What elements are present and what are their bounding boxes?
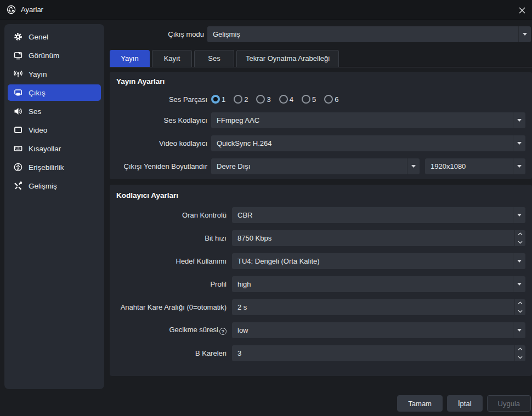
- sidebar-item-accessibility[interactable]: Erişebilirlik: [8, 159, 101, 175]
- spinner-up-icon[interactable]: [515, 299, 525, 307]
- help-icon: ?: [219, 328, 227, 335]
- audio-track-option-6[interactable]: 6: [324, 95, 338, 104]
- target-usage-row: Hedef Kullanımı TU4: Dengeli (Orta Kalit…: [115, 253, 525, 269]
- audio-track-row: Ses Parçası 1 2 3 4: [115, 93, 525, 105]
- bitrate-row: Bit hızı 8750 Kbps: [115, 230, 525, 246]
- sidebar-item-stream[interactable]: Yayın: [8, 66, 101, 82]
- speaker-icon: [13, 107, 22, 116]
- sidebar-item-label: Yayın: [29, 70, 47, 78]
- latency-row: Gecikme süresi? low: [115, 322, 525, 338]
- group-title: Yayın Ayarları: [116, 77, 525, 86]
- tab-streaming[interactable]: Yayın: [110, 50, 150, 67]
- tools-icon: [13, 181, 22, 191]
- latency-select[interactable]: low: [232, 322, 525, 338]
- b-frames-spinner[interactable]: 3: [232, 345, 525, 361]
- bitrate-spinner[interactable]: 8750 Kbps: [232, 230, 525, 246]
- tab-replay-buffer[interactable]: Tekrar Oynatma Arabelleği: [236, 50, 339, 67]
- radio-icon: [234, 95, 242, 104]
- spinner-down-icon[interactable]: [515, 238, 525, 247]
- chevron-down-icon: [407, 158, 420, 174]
- sidebar-item-label: Kısayollar: [29, 145, 61, 153]
- sidebar-item-label: Video: [29, 126, 47, 134]
- sidebar-item-label: Ses: [29, 107, 41, 116]
- sidebar-item-general[interactable]: Genel: [8, 29, 101, 45]
- dialog-footer: Tamam İptal Uygula: [397, 395, 531, 412]
- audio-track-option-2[interactable]: 2: [234, 95, 248, 104]
- sidebar-item-label: Gelişmiş: [29, 182, 57, 190]
- encoder-settings-group: Kodlayıcı Ayarları Oran Kontrolü CBR Bit…: [110, 185, 532, 376]
- spinner-up-icon[interactable]: [515, 345, 525, 354]
- radio-selected-icon: [211, 95, 220, 104]
- audio-track-option-3[interactable]: 3: [256, 95, 270, 104]
- output-mode-row: Çıkış modu Gelişmiş: [110, 26, 532, 42]
- chevron-down-icon: [513, 207, 525, 223]
- sidebar-item-appearance[interactable]: Görünüm: [8, 47, 101, 64]
- sidebar-item-label: Çıkış: [29, 89, 46, 97]
- streaming-settings-group: Yayın Ayarları Ses Parçası 1 2 3 4: [110, 72, 532, 179]
- settings-main-panel: Çıkış modu Gelişmiş Yayın Kayıt Ses Tekr…: [110, 24, 532, 376]
- group-title: Kodlayıcı Ayarları: [116, 191, 525, 200]
- appearance-icon: [13, 51, 22, 60]
- rate-control-row: Oran Kontrolü CBR: [115, 207, 525, 223]
- output-tabs: Yayın Kayıt Ses Tekrar Oynatma Arabelleğ…: [110, 50, 532, 67]
- output-icon: [13, 88, 22, 98]
- sidebar-item-output[interactable]: Çıkış: [8, 84, 101, 101]
- sidebar-item-label: Erişebilirlik: [29, 163, 64, 172]
- profile-select[interactable]: high: [232, 276, 525, 292]
- rate-control-select[interactable]: CBR: [232, 207, 525, 223]
- audio-encoder-row: Ses Kodlayıcı FFmpeg AAC: [115, 112, 525, 128]
- keyframe-interval-spinner[interactable]: 2 s: [232, 299, 525, 315]
- cancel-button[interactable]: İptal: [447, 395, 483, 412]
- keyboard-icon: [13, 144, 22, 153]
- chevron-down-icon: [513, 112, 525, 128]
- sidebar-item-label: Genel: [29, 33, 48, 41]
- sidebar-item-hotkeys[interactable]: Kısayollar: [8, 140, 101, 157]
- audio-track-option-4[interactable]: 4: [279, 95, 293, 104]
- radio-icon: [324, 95, 333, 104]
- close-icon[interactable]: [517, 5, 528, 16]
- chevron-down-icon: [513, 322, 525, 338]
- obs-logo-icon: [7, 5, 16, 14]
- audio-track-radio-group: 1 2 3 4 5: [211, 95, 338, 104]
- radio-icon: [279, 95, 288, 104]
- sidebar-item-label: Görünüm: [29, 52, 59, 60]
- output-mode-label: Çıkış modu: [110, 30, 207, 38]
- apply-button[interactable]: Uygula: [487, 395, 531, 412]
- ok-button[interactable]: Tamam: [397, 395, 443, 412]
- spinner-down-icon[interactable]: [515, 307, 525, 316]
- rescale-mode-select[interactable]: Devre Dışı: [211, 158, 420, 174]
- chevron-down-icon: [513, 135, 525, 151]
- gear-icon: [13, 32, 22, 42]
- audio-encoder-select[interactable]: FFmpeg AAC: [211, 112, 525, 128]
- chevron-down-icon: [518, 26, 531, 42]
- rescale-resolution-select[interactable]: 1920x1080: [425, 158, 525, 174]
- monitor-icon: [13, 126, 22, 135]
- window-title: Ayarlar: [21, 5, 43, 14]
- keyframe-interval-row: Anahtar Kare Aralığı (0=otomatik) 2 s: [115, 299, 525, 315]
- audio-track-option-1[interactable]: 1: [211, 95, 225, 104]
- sidebar-item-advanced[interactable]: Gelişmiş: [8, 178, 101, 194]
- radio-icon: [256, 95, 265, 104]
- chevron-down-icon: [513, 276, 525, 292]
- b-frames-row: B Kareleri 3: [115, 345, 525, 361]
- video-encoder-select[interactable]: QuickSync H.264: [211, 135, 525, 151]
- titlebar: Ayarlar: [0, 0, 532, 20]
- settings-sidebar: Genel Görünüm Yayın Çıkış Ses Video: [4, 24, 104, 389]
- chevron-down-icon: [513, 158, 525, 174]
- audio-track-option-5[interactable]: 5: [302, 95, 316, 104]
- audio-track-label: Ses Parçası: [115, 95, 207, 104]
- tab-recording[interactable]: Kayıt: [152, 50, 192, 67]
- sidebar-item-audio[interactable]: Ses: [8, 103, 101, 119]
- broadcast-icon: [13, 70, 22, 79]
- accessibility-icon: [13, 163, 22, 172]
- spinner-up-icon[interactable]: [515, 230, 525, 238]
- chevron-down-icon: [513, 253, 525, 269]
- output-mode-select[interactable]: Gelişmiş: [207, 26, 531, 42]
- tab-audio[interactable]: Ses: [194, 50, 234, 67]
- spinner-down-icon[interactable]: [515, 354, 525, 362]
- target-usage-select[interactable]: TU4: Dengeli (Orta Kalite): [232, 253, 525, 269]
- sidebar-item-video[interactable]: Video: [8, 122, 101, 138]
- radio-icon: [302, 95, 310, 104]
- video-encoder-row: Video kodlayıcı QuickSync H.264: [115, 135, 525, 151]
- rescale-output-row: Çıkışı Yeniden Boyutlandır Devre Dışı 19…: [115, 158, 525, 174]
